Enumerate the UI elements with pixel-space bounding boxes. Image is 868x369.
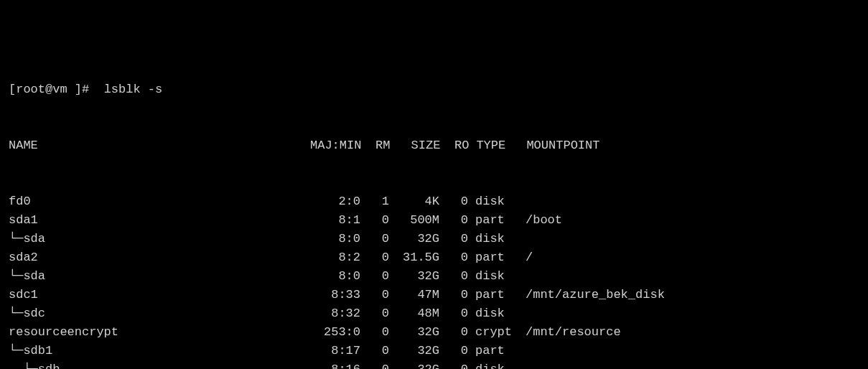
col-mount: MOUNTPOINT <box>519 136 599 155</box>
cell-mount <box>518 192 526 211</box>
lsblk-body: fd02:014K0disksda18:10500M0part/boot└─sd… <box>9 192 859 369</box>
cell-ro: 0 <box>439 248 468 267</box>
col-size: SIZE <box>390 136 440 155</box>
cell-type: disk <box>468 360 518 369</box>
cell-rm: 0 <box>360 304 389 323</box>
cell-size: 32G <box>389 342 439 360</box>
cell-ro: 0 <box>439 323 468 342</box>
cell-type: disk <box>468 230 518 248</box>
cell-name: └─sdc <box>9 304 310 323</box>
cell-ro: 0 <box>439 286 468 304</box>
cell-name: sda2 <box>9 248 310 267</box>
cell-mount: / <box>518 248 533 267</box>
cell-rm: 0 <box>360 286 389 304</box>
cell-majmin: 8:2 <box>310 248 360 267</box>
cell-ro: 0 <box>439 192 468 211</box>
cell-majmin: 8:17 <box>310 342 360 360</box>
lsblk-header: NAMEMAJ:MINRMSIZEROTYPEMOUNTPOINT <box>9 136 859 155</box>
cell-mount: /mnt/resource <box>518 323 621 342</box>
cell-majmin: 2:0 <box>310 192 360 211</box>
cell-majmin: 8:32 <box>310 304 360 323</box>
cell-rm: 0 <box>360 248 389 267</box>
cell-name: fd0 <box>9 192 310 211</box>
cell-rm: 0 <box>360 323 389 342</box>
cell-majmin: 8:0 <box>310 230 360 248</box>
cell-ro: 0 <box>439 267 468 286</box>
cell-ro: 0 <box>439 342 468 360</box>
cell-size: 32G <box>389 267 439 286</box>
shell-prompt-line: [root@vm ]# lsblk -s <box>9 80 859 99</box>
cell-majmin: 8:16 <box>310 360 360 369</box>
col-type: TYPE <box>469 136 519 155</box>
cell-rm: 0 <box>360 342 389 360</box>
cell-mount <box>518 230 526 248</box>
lsblk-row: sda18:10500M0part/boot <box>9 211 859 230</box>
lsblk-row: └─sdb18:17032G0part <box>9 342 859 360</box>
prompt-user-host: [root@vm ]# lsblk -s <box>9 80 162 99</box>
cell-type: disk <box>468 192 518 211</box>
cell-rm: 0 <box>360 230 389 248</box>
cell-type: part <box>468 286 518 304</box>
cell-ro: 0 <box>439 360 468 369</box>
col-majmin: MAJ:MIN <box>310 136 361 155</box>
cell-size: 32G <box>389 360 439 369</box>
lsblk-row: fd02:014K0disk <box>9 192 859 211</box>
cell-name: sdc1 <box>9 286 310 304</box>
cell-type: disk <box>468 304 518 323</box>
cell-rm: 0 <box>360 360 389 369</box>
cell-ro: 0 <box>439 304 468 323</box>
col-rm: RM <box>361 136 390 155</box>
cell-mount <box>518 267 526 286</box>
cell-name: └─sda <box>9 230 310 248</box>
cell-name: └─sdb1 <box>9 342 310 360</box>
cell-mount <box>518 360 526 369</box>
lsblk-row: └─sdb8:16032G0disk <box>9 360 859 369</box>
cell-ro: 0 <box>439 211 468 230</box>
col-name: NAME <box>9 136 310 155</box>
cell-mount: /boot <box>518 211 562 230</box>
cell-type: part <box>468 211 518 230</box>
cell-majmin: 8:1 <box>310 211 360 230</box>
cell-type: part <box>468 342 518 360</box>
cell-size: 47M <box>389 286 439 304</box>
cell-mount: /mnt/azure_bek_disk <box>518 286 665 304</box>
lsblk-row: └─sda8:0032G0disk <box>9 230 859 248</box>
cell-size: 32G <box>389 323 439 342</box>
cell-name: └─sdb <box>9 360 310 369</box>
cell-rm: 1 <box>360 192 389 211</box>
cell-type: part <box>468 248 518 267</box>
cell-size: 32G <box>389 230 439 248</box>
cell-rm: 0 <box>360 267 389 286</box>
cell-type: disk <box>468 267 518 286</box>
cell-mount <box>518 304 526 323</box>
prompt-command: lsblk -s <box>104 83 163 96</box>
cell-majmin: 253:0 <box>310 323 360 342</box>
cell-size: 48M <box>389 304 439 323</box>
cell-majmin: 8:0 <box>310 267 360 286</box>
lsblk-row: sdc18:33047M0part/mnt/azure_bek_disk <box>9 286 859 304</box>
lsblk-row: sda28:2031.5G0part/ <box>9 248 859 267</box>
lsblk-row: └─sda8:0032G0disk <box>9 267 859 286</box>
cell-size: 31.5G <box>389 248 439 267</box>
cell-ro: 0 <box>439 230 468 248</box>
cell-size: 4K <box>389 192 439 211</box>
cell-name: resourceencrypt <box>9 323 310 342</box>
cell-mount <box>518 342 526 360</box>
cell-size: 500M <box>389 211 439 230</box>
cell-majmin: 8:33 <box>310 286 360 304</box>
cell-name: └─sda <box>9 267 310 286</box>
cell-rm: 0 <box>360 211 389 230</box>
col-ro: RO <box>440 136 469 155</box>
cell-name: sda1 <box>9 211 310 230</box>
lsblk-row: resourceencrypt253:0032G0crypt/mnt/resou… <box>9 323 859 342</box>
lsblk-row: └─sdc8:32048M0disk <box>9 304 859 323</box>
cell-type: crypt <box>468 323 518 342</box>
